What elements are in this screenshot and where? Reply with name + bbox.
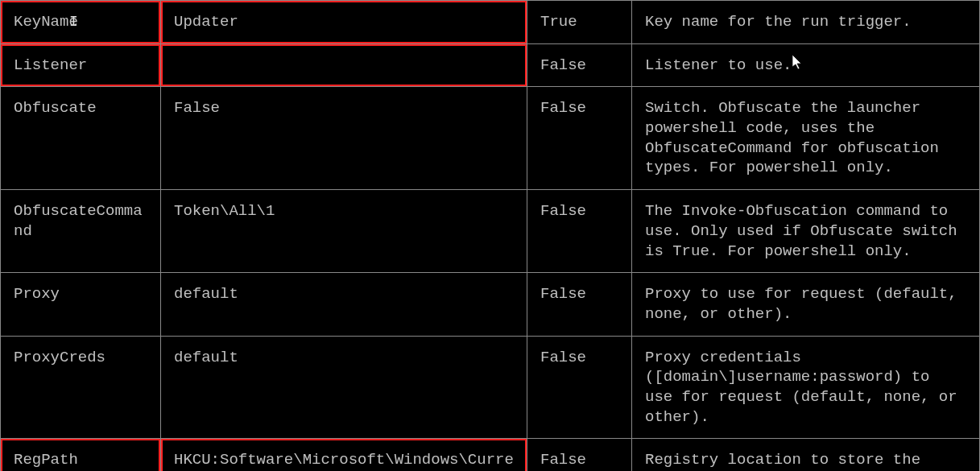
option-value-cell[interactable]: False bbox=[161, 87, 527, 190]
option-description-cell: Proxy credentials ([domain\]username:pas… bbox=[632, 336, 980, 439]
option-value-cell[interactable]: HKCU:Software\Microsoft\Windows\CurrentV… bbox=[161, 439, 527, 471]
option-name-cell: Obfuscate bbox=[1, 87, 161, 190]
option-name-cell: KeyName bbox=[1, 1, 161, 44]
table-row: RegPathHKCU:Software\Microsoft\Windows\C… bbox=[1, 439, 980, 471]
option-value-cell[interactable]: Updater bbox=[161, 1, 527, 44]
options-table: KeyNameUpdaterTrueKey name for the run t… bbox=[0, 0, 980, 471]
option-name-cell: Listener bbox=[1, 43, 161, 87]
table-row: ListenerFalseListener to use. bbox=[1, 43, 980, 87]
option-required-cell: True bbox=[527, 1, 632, 44]
option-name-cell: ObfuscateCommand bbox=[1, 190, 161, 273]
option-description-cell: Proxy to use for request (default, none,… bbox=[632, 273, 980, 336]
option-required-cell: False bbox=[527, 43, 632, 87]
option-required-cell: False bbox=[527, 87, 632, 190]
option-name-cell: Proxy bbox=[1, 273, 161, 336]
option-description-cell: Key name for the run trigger. bbox=[632, 1, 980, 44]
table-row: ObfuscateCommandToken\All\1FalseThe Invo… bbox=[1, 190, 980, 273]
option-description-cell: Listener to use. bbox=[632, 43, 980, 87]
option-description-cell: Switch. Obfuscate the launcher powershel… bbox=[632, 87, 980, 190]
table-row: ObfuscateFalseFalseSwitch. Obfuscate the… bbox=[1, 87, 980, 190]
option-value-cell[interactable]: default bbox=[161, 273, 527, 336]
option-name-cell: ProxyCreds bbox=[1, 336, 161, 439]
option-value-cell[interactable]: default bbox=[161, 336, 527, 439]
option-required-cell: False bbox=[527, 273, 632, 336]
option-value-cell[interactable] bbox=[161, 43, 527, 87]
option-value-cell[interactable]: Token\All\1 bbox=[161, 190, 527, 273]
option-description-cell: The Invoke-Obfuscation command to use. O… bbox=[632, 190, 980, 273]
table-row: ProxydefaultFalseProxy to use for reques… bbox=[1, 273, 980, 336]
table-row: KeyNameUpdaterTrueKey name for the run t… bbox=[1, 1, 980, 44]
table-row: ProxyCredsdefaultFalseProxy credentials … bbox=[1, 336, 980, 439]
option-required-cell: False bbox=[527, 190, 632, 273]
option-name-cell: RegPath bbox=[1, 439, 161, 471]
option-required-cell: False bbox=[527, 439, 632, 471]
option-description-cell: Registry location to store the script co… bbox=[632, 439, 980, 471]
option-required-cell: False bbox=[527, 336, 632, 439]
